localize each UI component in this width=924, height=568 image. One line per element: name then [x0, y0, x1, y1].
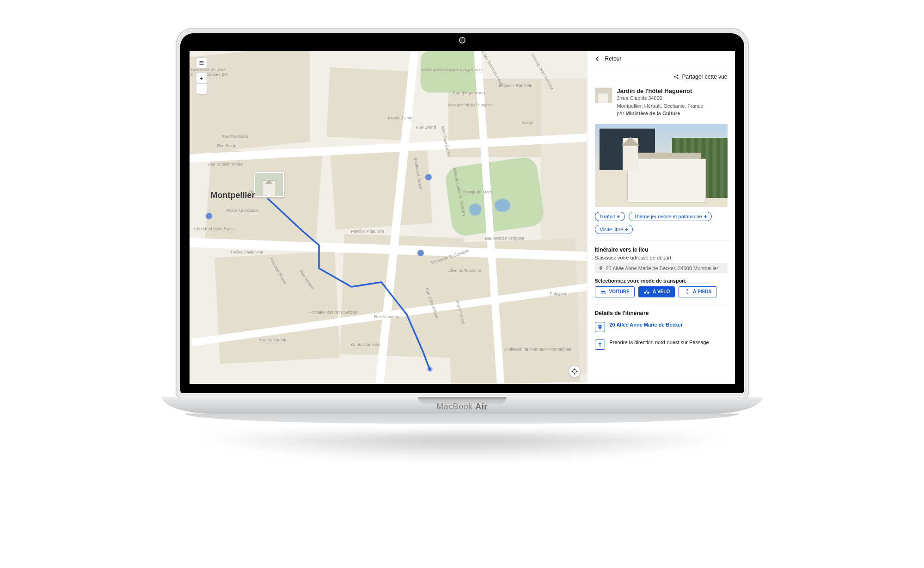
- crosshair-icon: [571, 368, 578, 375]
- tag-chip[interactable]: Visite libre: [595, 225, 633, 234]
- map-label: Rue Foch: [217, 143, 235, 148]
- walk-icon: [684, 289, 690, 295]
- mode-walk[interactable]: À PIEDS: [679, 286, 716, 297]
- menu-button[interactable]: [196, 57, 207, 68]
- svg-point-7: [599, 326, 600, 327]
- locate-me-button[interactable]: [569, 365, 581, 377]
- place-source: par Ministère de la Culture: [617, 110, 704, 117]
- back-button[interactable]: Retour: [587, 51, 735, 67]
- place-addr1: 3 rue Clapiés 34000: [617, 94, 704, 102]
- map-label: Fontaine des trois Grâces: [310, 310, 357, 315]
- laptop-brand: MacBook Air: [436, 402, 488, 412]
- share-button[interactable]: Partager cette vue: [587, 67, 735, 85]
- map-label: Corum: [522, 120, 535, 125]
- step-text: 20 Allée Anne Marie de Becker: [610, 322, 683, 327]
- mode-car[interactable]: VOITURE: [595, 286, 635, 297]
- zoom-controls: + −: [196, 72, 207, 94]
- map-label: Police Municipale: [226, 208, 259, 213]
- laptop-lid: Jardin archéologique des plâtriers Rue d…: [176, 28, 749, 398]
- map-label: Jardin archéologique des plâtriers: [421, 68, 483, 72]
- map-label: Opéra Comédie: [351, 342, 381, 347]
- map-controls: + −: [196, 57, 207, 94]
- pin-icon: [595, 322, 605, 332]
- svg-point-2: [677, 75, 679, 76]
- map-label: Rue Fournarié: [222, 134, 249, 139]
- chevron-left-icon: [595, 56, 600, 62]
- address-hint: Saisissez votre adresse de départ: [587, 255, 735, 263]
- map-label: Pavillon Populaire: [351, 229, 385, 234]
- laptop-foot: [185, 414, 740, 424]
- share-icon: [673, 74, 679, 80]
- menu-icon: [199, 60, 204, 66]
- tag-chip[interactable]: Gratuit: [595, 212, 625, 221]
- map-label: Allée du Tourisme: [448, 268, 481, 273]
- route-end-marker: [427, 366, 433, 372]
- map-app: Jardin archéologique des plâtriers Rue d…: [190, 51, 735, 384]
- step-text: Prendre la direction nord-ouest sur Pass…: [610, 340, 709, 345]
- map-label: Champ-de-Mars: [462, 190, 492, 194]
- svg-point-6: [686, 289, 688, 290]
- laptop-frame: Jardin archéologique des plâtriers Rue d…: [162, 28, 763, 462]
- car-icon: [600, 289, 606, 295]
- map-label: Church of Saint-Roch: [194, 227, 234, 231]
- map-label: Musée Fabre: [388, 116, 413, 120]
- details-title: Détails de l'itinéraire: [587, 304, 735, 318]
- laptop-base: MacBook Air: [162, 397, 763, 414]
- tag-chip[interactable]: Thème jeunesse et patrimoine: [629, 212, 712, 221]
- svg-point-0: [573, 370, 576, 373]
- svg-point-1: [674, 76, 676, 78]
- place-hero-image: [595, 124, 728, 207]
- map-label: Rue Michel de l'Hospital: [448, 103, 493, 107]
- map-label: Boulevard de l'Aéroport International: [504, 347, 571, 352]
- arrow-up-icon: [595, 340, 605, 350]
- map-canvas[interactable]: Jardin archéologique des plâtriers Rue d…: [190, 51, 587, 384]
- laptop-shadow: [190, 434, 735, 462]
- step-row[interactable]: Prendre la direction nord-ouest sur Pass…: [587, 336, 735, 353]
- back-label: Retour: [605, 56, 622, 62]
- place-title: Jardin de l'hôtel Haguenot: [617, 87, 704, 94]
- svg-point-5: [647, 291, 649, 294]
- camera-icon: [460, 38, 465, 43]
- map-label: Boulevard d'Antigone: [485, 236, 525, 241]
- map-label: Rue Bonnier d'Alco: [208, 162, 244, 167]
- itinerary-title: Itinéraire vers le lieu: [587, 241, 735, 255]
- place-addr2: Montpellier, Hérault, Occitanie, France: [617, 102, 704, 110]
- map-label: Rue de Verdun: [259, 338, 287, 342]
- screen-bezel: Jardin archéologique des plâtriers Rue d…: [180, 33, 744, 393]
- map-label: Rue d'Argencourt: [453, 91, 485, 95]
- tag-list: Gratuit Thème jeunesse et patrimoine Vis…: [587, 212, 735, 241]
- address-value: 20 Allée Anne Marie de Becker, 34000 Mon…: [606, 265, 718, 271]
- itinerary-steps: 20 Allée Anne Marie de Becker Prendre la…: [587, 318, 735, 353]
- pin-icon: [599, 266, 603, 271]
- step-row[interactable]: 20 Allée Anne Marie de Becker: [587, 318, 735, 336]
- place-thumb-icon: [595, 87, 612, 103]
- zoom-in-button[interactable]: +: [196, 72, 207, 83]
- details-panel: Retour Partager cette vue Jardin de l'hô…: [587, 51, 735, 384]
- transport-modes: VOITURE À VÉLO À PIEDS: [587, 286, 735, 304]
- mode-title: Sélectionnez votre mode de transport: [587, 278, 735, 286]
- map-label: Rue Vanneau: [374, 315, 399, 319]
- address-input[interactable]: 20 Allée Anne Marie de Becker, 34000 Mon…: [595, 263, 728, 273]
- map-label: Halles Castellane: [231, 250, 263, 254]
- bike-icon: [643, 289, 650, 295]
- map-label: Polygone: [550, 291, 568, 296]
- map-label: Rue Girard: [416, 125, 436, 130]
- zoom-out-button[interactable]: −: [196, 83, 207, 94]
- mode-bike[interactable]: À VÉLO: [638, 286, 675, 297]
- place-thumbnail-pin[interactable]: [254, 172, 284, 197]
- svg-point-3: [677, 78, 679, 79]
- app-screen: Jardin archéologique des plâtriers Rue d…: [190, 51, 735, 384]
- city-label: Montpellier: [211, 191, 255, 200]
- share-label: Partager cette vue: [682, 74, 727, 80]
